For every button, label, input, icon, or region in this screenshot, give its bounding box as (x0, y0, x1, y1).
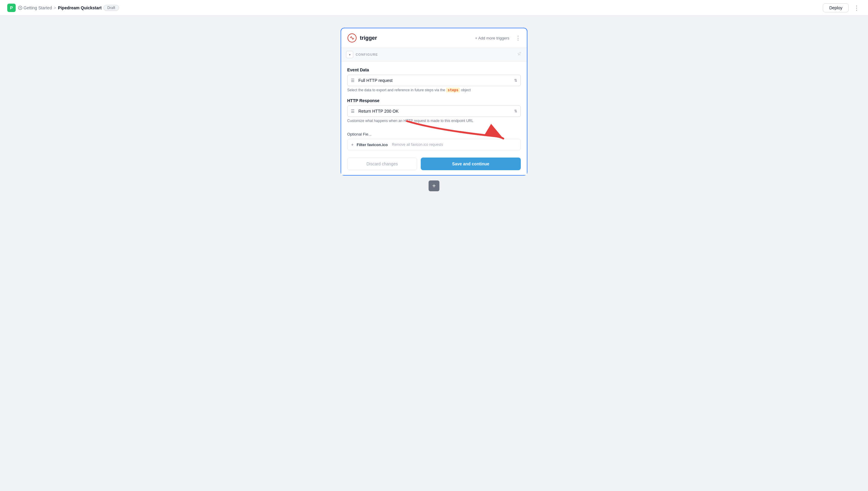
filter-desc: Remove all favicon.ico requests (392, 143, 443, 147)
workflow-icon (18, 6, 22, 10)
card-container: trigger + Add more triggers ⋮ ▾ CONFIGUR… (341, 28, 527, 176)
pin-icon (517, 52, 522, 58)
topnav-left: P Getting Started > Pipedream Quickstart… (7, 4, 119, 12)
svg-point-1 (20, 7, 21, 8)
trigger-card: trigger + Add more triggers ⋮ ▾ CONFIGUR… (341, 28, 527, 176)
steps-badge: steps (446, 88, 460, 92)
event-data-hint: Select the data to export and reference … (347, 88, 521, 92)
chevron-down-button[interactable]: ▾ (346, 51, 353, 58)
http-response-group: HTTP Response ☰ Return HTTP 200 OK ⇅ Cus… (347, 98, 521, 123)
http-response-select[interactable]: Return HTTP 200 OK (347, 106, 521, 117)
event-data-select-wrapper: ☰ Full HTTP request ⇅ (347, 75, 521, 86)
add-step-button[interactable]: + (428, 180, 440, 191)
optional-fields-label: Optional Fie... (347, 129, 521, 139)
http-response-hint: Customize what happens when an HTTP requ… (347, 119, 521, 123)
breadcrumb-current: Pipedream Quickstart (58, 5, 102, 10)
configure-label: CONFIGURE (356, 53, 378, 56)
card-title: trigger (360, 35, 377, 41)
configure-section: ▾ CONFIGURE (341, 48, 527, 61)
breadcrumb-parent[interactable]: Getting Started (18, 5, 52, 10)
add-triggers-button[interactable]: + Add more triggers (475, 36, 509, 40)
http-response-label: HTTP Response (347, 98, 521, 103)
breadcrumb: Getting Started > Pipedream Quickstart D… (18, 5, 119, 11)
select-lines-icon-2: ☰ (351, 109, 355, 114)
event-data-select[interactable]: Full HTTP request (347, 75, 521, 86)
optional-fields-section: Optional Fie... + Filter favicon.ico Rem… (341, 129, 527, 150)
select-lines-icon: ☰ (351, 78, 355, 83)
draft-badge: Draft (103, 5, 119, 11)
form-content: Event Data ☰ Full HTTP request ⇅ Select … (341, 61, 527, 123)
card-menu-button[interactable]: ⋮ (515, 35, 521, 41)
configure-header[interactable]: ▾ CONFIGURE (341, 48, 527, 61)
topnav: P Getting Started > Pipedream Quickstart… (0, 0, 868, 16)
card-header-left: trigger (347, 33, 377, 43)
topnav-more-button[interactable]: ⋮ (852, 3, 861, 13)
chevron-down-icon: ▾ (349, 53, 351, 56)
http-response-select-wrapper: ☰ Return HTTP 200 OK ⇅ (347, 106, 521, 117)
event-data-group: Event Data ☰ Full HTTP request ⇅ Select … (347, 67, 521, 92)
configure-header-left: ▾ CONFIGURE (346, 51, 378, 58)
card-header: trigger + Add more triggers ⋮ (341, 28, 527, 48)
main-content: trigger + Add more triggers ⋮ ▾ CONFIGUR… (0, 16, 868, 203)
breadcrumb-separator: > (54, 5, 56, 10)
trigger-icon (347, 33, 357, 43)
deploy-button[interactable]: Deploy (823, 3, 849, 12)
add-step-container: + (428, 180, 440, 191)
topnav-right: Deploy ⋮ (823, 3, 861, 13)
discard-button[interactable]: Discard changes (347, 157, 417, 170)
filter-item[interactable]: + Filter favicon.ico Remove all favicon.… (347, 139, 521, 150)
event-data-label: Event Data (347, 67, 521, 72)
pipedream-logo: P (7, 4, 16, 12)
filter-plus-icon: + (351, 142, 354, 147)
save-continue-button[interactable]: Save and continue (421, 157, 521, 170)
action-buttons: Discard changes Save and continue (341, 153, 527, 175)
filter-name: Filter favicon.ico (357, 143, 388, 147)
